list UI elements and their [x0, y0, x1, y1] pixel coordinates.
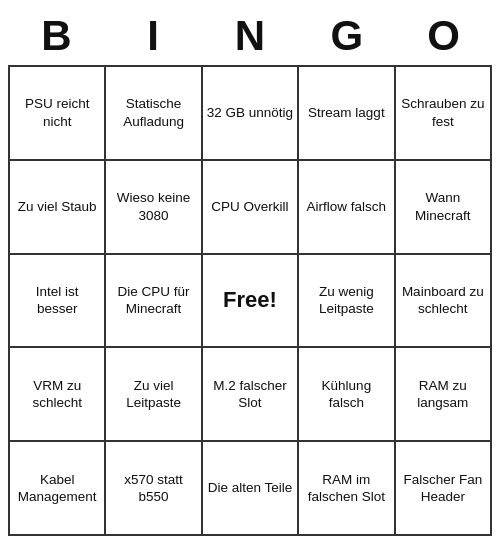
grid-row-3: VRM zu schlechtZu viel LeitpasteM.2 fals…	[9, 347, 491, 441]
cell-4-1: x570 statt b550	[105, 441, 201, 535]
cell-4-0: Kabel Management	[9, 441, 105, 535]
cell-1-2: CPU Overkill	[202, 160, 298, 254]
cell-4-4: Falscher Fan Header	[395, 441, 491, 535]
cell-0-4: Schrauben zu fest	[395, 66, 491, 160]
cell-4-3: RAM im falschen Slot	[298, 441, 394, 535]
cell-2-0: Intel ist besser	[9, 254, 105, 348]
bingo-letter-n: N	[202, 12, 299, 60]
cell-0-1: Statische Aufladung	[105, 66, 201, 160]
cell-0-3: Stream laggt	[298, 66, 394, 160]
grid-row-4: Kabel Managementx570 statt b550Die alten…	[9, 441, 491, 535]
cell-3-2: M.2 falscher Slot	[202, 347, 298, 441]
cell-2-3: Zu wenig Leitpaste	[298, 254, 394, 348]
cell-1-4: Wann Minecraft	[395, 160, 491, 254]
bingo-letter-o: O	[395, 12, 492, 60]
cell-2-4: Mainboard zu schlecht	[395, 254, 491, 348]
cell-1-3: Airflow falsch	[298, 160, 394, 254]
cell-4-2: Die alten Teile	[202, 441, 298, 535]
bingo-title: BINGO	[8, 8, 492, 66]
cell-0-2: 32 GB unnötig	[202, 66, 298, 160]
bingo-letter-b: B	[8, 12, 105, 60]
cell-2-2: Free!	[202, 254, 298, 348]
bingo-letter-i: I	[105, 12, 202, 60]
bingo-letter-g: G	[298, 12, 395, 60]
cell-3-0: VRM zu schlecht	[9, 347, 105, 441]
grid-row-2: Intel ist besserDie CPU für MinecraftFre…	[9, 254, 491, 348]
cell-0-0: PSU reicht nicht	[9, 66, 105, 160]
cell-1-1: Wieso keine 3080	[105, 160, 201, 254]
grid-row-0: PSU reicht nichtStatische Aufladung32 GB…	[9, 66, 491, 160]
grid-row-1: Zu viel StaubWieso keine 3080CPU Overkil…	[9, 160, 491, 254]
cell-3-3: Kühlung falsch	[298, 347, 394, 441]
cell-3-4: RAM zu langsam	[395, 347, 491, 441]
bingo-grid: PSU reicht nichtStatische Aufladung32 GB…	[8, 66, 492, 536]
cell-1-0: Zu viel Staub	[9, 160, 105, 254]
cell-3-1: Zu viel Leitpaste	[105, 347, 201, 441]
cell-2-1: Die CPU für Minecraft	[105, 254, 201, 348]
